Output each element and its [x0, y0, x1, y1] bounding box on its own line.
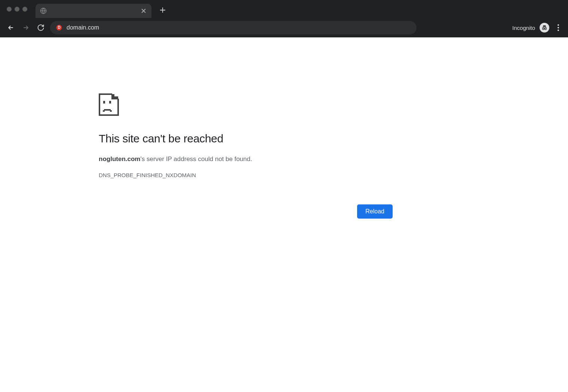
svg-point-6: [558, 27, 559, 28]
reload-button[interactable]: Reload: [357, 204, 393, 219]
svg-point-5: [558, 24, 559, 26]
svg-rect-11: [109, 101, 111, 104]
browser-tab[interactable]: [36, 4, 151, 18]
window-minimize-button[interactable]: [15, 7, 19, 12]
kebab-menu-icon[interactable]: [554, 23, 563, 32]
svg-text:D: D: [58, 25, 60, 30]
site-info-icon[interactable]: D: [55, 24, 63, 31]
window-close-button[interactable]: [7, 7, 12, 12]
error-code: DNS_PROBE_FINISHED_NXDOMAIN: [99, 172, 393, 178]
window-controls: [4, 7, 32, 12]
close-icon[interactable]: [140, 7, 147, 14]
incognito-icon[interactable]: [540, 23, 549, 33]
browser-chrome: D domain.com Incognito: [0, 0, 568, 37]
svg-rect-13: [103, 110, 105, 112]
window-maximize-button[interactable]: [22, 7, 27, 12]
error-message: nogluten.com's server IP address could n…: [99, 155, 393, 163]
tab-strip: [0, 0, 568, 18]
incognito-label: Incognito: [512, 25, 535, 31]
forward-button[interactable]: [20, 22, 31, 33]
toolbar-right: Incognito: [512, 23, 563, 33]
error-page-content: This site can't be reached nogluten.com'…: [0, 37, 393, 219]
globe-icon: [40, 7, 47, 14]
error-heading: This site can't be reached: [99, 132, 393, 145]
back-button[interactable]: [5, 22, 16, 33]
browser-toolbar: D domain.com Incognito: [0, 18, 568, 37]
svg-point-7: [558, 30, 559, 31]
svg-rect-12: [104, 109, 111, 111]
svg-point-3: [543, 28, 544, 30]
sad-page-icon: [99, 93, 119, 117]
error-actions: Reload: [99, 204, 393, 219]
svg-point-4: [545, 28, 547, 30]
error-message-suffix: 's server IP address could not be found.: [140, 155, 252, 163]
error-domain: nogluten.com: [99, 155, 140, 163]
svg-rect-10: [103, 101, 105, 104]
svg-rect-14: [110, 110, 112, 112]
address-bar[interactable]: D domain.com: [50, 21, 417, 34]
reload-nav-button[interactable]: [35, 22, 46, 33]
url-text: domain.com: [67, 24, 99, 31]
new-tab-button[interactable]: [157, 5, 168, 15]
